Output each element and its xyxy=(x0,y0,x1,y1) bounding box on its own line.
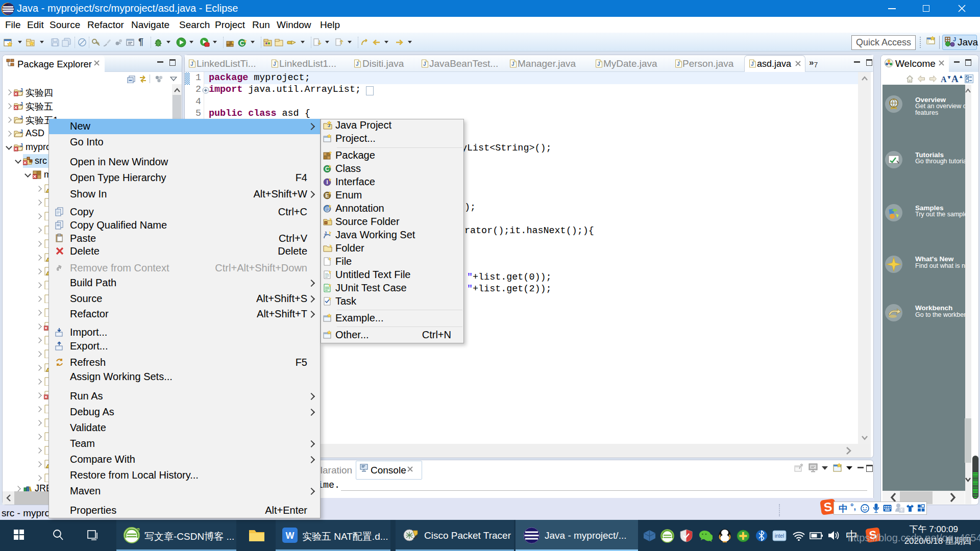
svg-text:E: E xyxy=(325,192,329,198)
svg-text:W: W xyxy=(286,531,295,541)
svg-text:J: J xyxy=(597,61,600,67)
svg-text:J: J xyxy=(953,37,956,42)
svg-text:intel: intel xyxy=(775,533,784,539)
svg-text:10: 10 xyxy=(899,508,904,513)
svg-text:J: J xyxy=(20,88,23,93)
svg-text:J: J xyxy=(751,61,754,67)
svg-text:J: J xyxy=(190,61,193,67)
svg-text:J: J xyxy=(20,115,23,121)
svg-text:J: J xyxy=(273,61,276,67)
svg-text:J: J xyxy=(20,143,23,148)
svg-text:J: J xyxy=(324,231,327,236)
svg-text:J: J xyxy=(20,129,23,135)
svg-text:J: J xyxy=(20,102,23,107)
svg-text:J: J xyxy=(677,61,680,67)
svg-text:C: C xyxy=(240,40,244,47)
svg-text:J: J xyxy=(511,61,514,67)
svg-text:J: J xyxy=(356,61,359,67)
svg-text:@: @ xyxy=(325,206,330,212)
svg-text:C: C xyxy=(325,166,329,172)
svg-text:J: J xyxy=(423,61,426,67)
svg-text:I: I xyxy=(326,179,328,185)
